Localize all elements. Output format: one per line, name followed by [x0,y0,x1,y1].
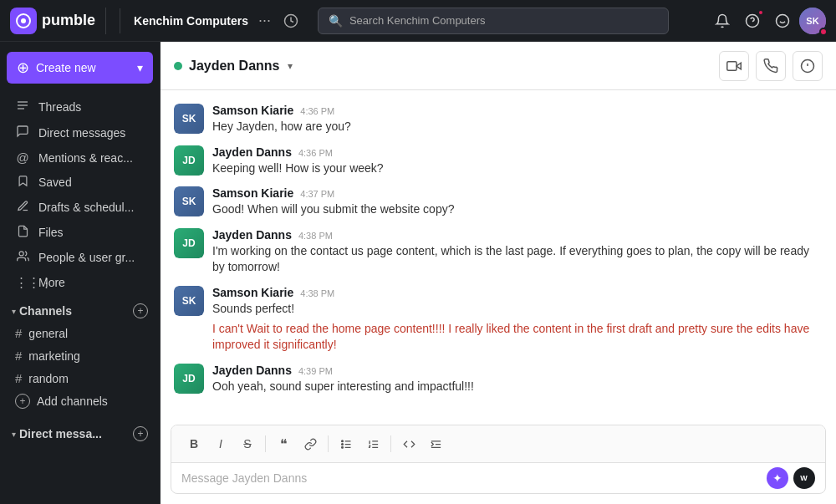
info-button[interactable] [793,51,823,81]
create-new-left: ⊕ Create new [17,59,96,77]
message-content: Samson Kiarie 4:38 PM Sounds perfect! I … [212,286,823,354]
message-sender: Samson Kiarie [212,186,293,200]
nav-right: SK [709,8,826,34]
sidebar-item-mentions[interactable]: @ Mentions & reac... [3,146,156,169]
dm-section-header: ▾ Direct messa... + [0,418,160,445]
dm-label: Direct messages [38,126,125,140]
table-row: JD Jayden Danns 4:39 PM Ooh yeah, sound … [174,360,823,399]
chat-contact-name: Jayden Danns [189,59,279,74]
logo-area[interactable]: pumble [10,8,106,34]
svg-point-5 [777,14,789,27]
emoji-picker-button[interactable]: ✦ [767,467,788,489]
sender-avatar: SK [174,104,204,134]
contact-dropdown-chevron[interactable]: ▾ [288,60,293,72]
mentions-icon: @ [15,150,30,165]
message-header: Samson Kiarie 4:36 PM [212,104,823,117]
search-bar[interactable]: 🔍 Search Kenchim Computers [318,8,669,34]
threads-icon [15,99,30,115]
dm-toggle[interactable]: ▾ Direct messa... [12,427,102,440]
workspace-name: Kenchim Computers [134,14,248,28]
hash-icon: # [15,371,22,385]
channels-toggle[interactable]: ▾ Channels [12,304,72,318]
input-right-icons: ✦ W [767,467,815,489]
message-input-box[interactable]: Message Jayden Danns ✦ W [171,463,825,493]
message-text: Keeping well! How is your week? [212,160,823,177]
main-layout: ⊕ Create new ▾ Threads Direct messages @… [0,42,836,504]
table-row: JD Jayden Danns 4:38 PM I'm working on t… [174,225,823,279]
channel-marketing[interactable]: # marketing [3,345,156,366]
hash-icon: # [15,349,22,363]
code-button[interactable] [396,432,421,456]
sidebar-item-saved[interactable]: Saved [3,171,156,194]
continuation-message-text: I can't Wait to read the home page conte… [212,321,823,354]
add-channels[interactable]: + Add channels [3,390,156,412]
indent-button[interactable] [423,432,448,456]
create-new-chevron: ▾ [137,61,143,74]
message-header: Jayden Danns 4:36 PM [212,145,823,159]
sidebar-item-threads[interactable]: Threads [3,94,156,119]
message-header: Samson Kiarie 4:38 PM [212,286,823,299]
dm-icon [15,125,30,140]
create-new-label: Create new [36,61,96,74]
add-dm-icon[interactable]: + [133,426,148,441]
channels-chevron: ▾ [12,307,16,316]
sidebar-item-more[interactable]: ⋮⋮⋮ More [3,271,156,294]
drafts-icon [15,200,30,215]
numbered-list-button[interactable] [360,432,385,456]
create-new-button[interactable]: ⊕ Create new ▾ [7,52,153,84]
sidebar-item-drafts[interactable]: Drafts & schedul... [3,196,156,219]
bell-icon[interactable] [709,8,736,34]
sidebar-item-files[interactable]: Files [3,221,156,244]
hash-icon: # [15,326,22,340]
svg-point-1 [21,18,26,23]
avatar: JD [174,364,204,394]
sender-avatar: JD [174,145,204,176]
more-options-button[interactable]: W [793,467,815,489]
link-button[interactable] [298,432,323,456]
phone-call-button[interactable] [756,51,786,81]
message-sender: Jayden Danns [212,145,292,159]
files-label: Files [38,226,64,239]
channels-label: Channels [19,304,72,318]
history-icon[interactable] [278,8,304,34]
top-nav: pumble Kenchim Computers ··· 🔍 Search Ke… [0,0,836,42]
channel-general[interactable]: # general [3,323,156,344]
message-sender: Jayden Danns [212,228,292,242]
sidebar-item-people[interactable]: People & user gr... [3,246,156,269]
people-icon [15,250,30,265]
emoji-icon[interactable] [769,8,796,34]
message-content: Samson Kiarie 4:36 PM Hey Jayden, how ar… [212,104,823,135]
toolbar-divider-3 [390,435,391,452]
quote-button[interactable]: ❝ [271,432,296,456]
sender-avatar: SK [174,286,204,316]
channels-section-header: ▾ Channels + [0,295,160,322]
user-avatar[interactable]: SK [799,8,826,34]
svg-rect-13 [727,61,737,70]
workspace-menu-dots[interactable]: ··· [258,12,271,29]
pumble-logo-icon [10,8,37,34]
app-name: pumble [42,12,95,29]
chat-header-left: Jayden Danns ▾ [174,59,293,74]
bullet-list-button[interactable] [334,432,359,456]
message-time: 4:39 PM [298,366,333,376]
sender-avatar: JD [174,364,204,394]
channel-random[interactable]: # random [3,368,156,389]
strikethrough-button[interactable]: S [235,432,260,456]
dm-chevron: ▾ [12,430,16,439]
add-channel-icon[interactable]: + [133,303,148,318]
messages-area: SK Samson Kiarie 4:36 PM Hey Jayden, how… [161,90,836,425]
plus-icon: ⊕ [17,59,29,77]
message-time: 4:36 PM [300,106,334,116]
help-icon[interactable] [739,8,766,34]
video-call-button[interactable] [719,51,749,81]
table-row: SK Samson Kiarie 4:38 PM Sounds perfect!… [174,283,823,357]
message-editor-container: B I S ❝ [161,425,836,504]
italic-button[interactable]: I [208,432,233,456]
svg-point-22 [341,446,343,448]
drafts-label: Drafts & schedul... [38,201,134,214]
sidebar-item-direct-messages[interactable]: Direct messages [3,120,156,145]
bold-button[interactable]: B [181,432,206,456]
avatar: SK [174,286,204,316]
message-time: 4:38 PM [300,288,334,298]
message-text: Good! When will you submit the website c… [212,201,823,218]
